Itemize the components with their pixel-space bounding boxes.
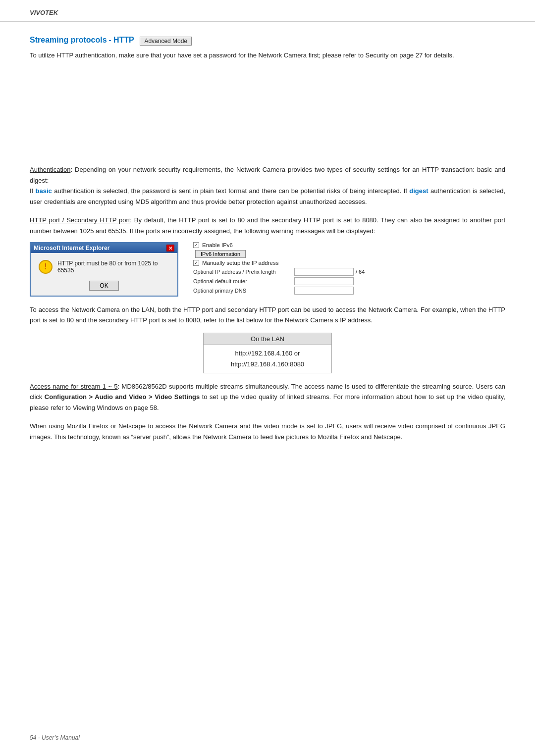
ie-dialog-row: ! HTTP port must be 80 or from 1025 to 6…	[39, 260, 169, 274]
ipv6-enable-checkbox[interactable]: ✓	[193, 242, 199, 248]
access-name-term: Access name for stream 1 ~ 5	[30, 383, 118, 390]
ipv6-field3-input[interactable]	[294, 287, 354, 295]
lan-access-text: To access the Network Camera on the LAN,…	[30, 304, 505, 326]
ie-dialog-message: HTTP port must be 80 or from 1025 to 655…	[57, 260, 169, 274]
ipv6-field3-label: Optional primary DNS	[193, 288, 292, 294]
ipv6-manually-row: ✓ Manually setup the IP address	[193, 260, 505, 266]
lan-box-header: On the LAN	[204, 333, 331, 345]
ipv6-field3-row: Optional primary DNS	[193, 287, 505, 295]
access-name-paragraph: Access name for stream 1 ~ 5: MD8562/856…	[30, 381, 505, 413]
ie-dialog-titlebar: Microsoft Internet Explorer ✕	[31, 243, 177, 253]
lan-box-content: http://192.168.4.160 or http://192.168.4…	[204, 345, 331, 373]
ie-dialog: Microsoft Internet Explorer ✕ ! HTTP por…	[30, 242, 178, 297]
ie-ok-button[interactable]: OK	[89, 281, 118, 291]
config-bold-text: Configuration > Audio and Video > Video …	[45, 393, 200, 401]
auth-paragraph: Authentication: Depending on your networ…	[30, 164, 505, 207]
ipv6-field2-input[interactable]	[294, 277, 354, 285]
ipv6-field1-label: Optional IP address / Prefix length	[193, 269, 292, 275]
access-name-section: Access name for stream 1 ~ 5: MD8562/856…	[30, 381, 505, 413]
advanced-mode-button[interactable]: Advanced Mode	[140, 37, 192, 46]
lan-box: On the LAN http://192.168.4.160 or http:…	[203, 333, 332, 373]
mozilla-section: When using Mozilla Firefox or Netscape t…	[30, 421, 505, 442]
ie-dialog-close-button[interactable]: ✕	[166, 245, 174, 252]
ipv6-info-row: IPv6 Information	[193, 250, 505, 258]
brand-logo: VIVOTEK	[30, 9, 58, 16]
page-title-suffix: - HTTP	[108, 36, 134, 44]
dual-panel: Microsoft Internet Explorer ✕ ! HTTP por…	[30, 242, 505, 297]
ie-warning-icon: !	[39, 260, 53, 274]
lan-url-2: http://192.168.4.160:8080	[209, 359, 326, 370]
auth-text-mid: authentication is selected, the password…	[52, 187, 409, 195]
blank-spacer	[30, 60, 505, 159]
auth-text-1: : Depending on your network security req…	[30, 166, 505, 184]
auth-basic-prefix: If	[30, 187, 36, 195]
ipv6-field1-suffix: / 64	[356, 269, 365, 275]
lan-url-1: http://192.168.4.160 or	[209, 348, 326, 359]
ipv6-manually-checkbox[interactable]: ✓	[193, 260, 199, 266]
content-area: Streaming protocols - HTTP Advanced Mode…	[0, 22, 535, 462]
http-port-term: HTTP port / Secondary HTTP port	[30, 216, 130, 224]
page-title-main: Streaming protocols	[30, 36, 107, 44]
ie-dialog-body: ! HTTP port must be 80 or from 1025 to 6…	[31, 253, 177, 296]
ipv6-field2-label: Optional default router	[193, 278, 292, 284]
http-port-paragraph: HTTP port / Secondary HTTP port: By defa…	[30, 215, 505, 236]
mozilla-paragraph: When using Mozilla Firefox or Netscape t…	[30, 421, 505, 442]
ipv6-manually-label: Manually setup the IP address	[202, 260, 279, 266]
ipv6-panel: ✓ Enable IPv6 IPv6 Information ✓ Manuall…	[193, 242, 505, 296]
ipv6-info-button[interactable]: IPv6 Information	[195, 250, 246, 258]
page-footer: 54 - User’s Manual	[30, 734, 80, 741]
section-title-row: Streaming protocols - HTTP Advanced Mode	[30, 36, 505, 46]
ipv6-enable-row: ✓ Enable IPv6	[193, 242, 505, 248]
page-wrapper: VIVOTEK Streaming protocols - HTTP Advan…	[0, 0, 535, 756]
ipv6-field1-input[interactable]	[294, 268, 354, 276]
ipv6-enable-label: Enable IPv6	[202, 242, 233, 248]
ipv6-field1-row: Optional IP address / Prefix length / 64	[193, 268, 505, 276]
authentication-section: Authentication: Depending on your networ…	[30, 164, 505, 207]
http-port-section: HTTP port / Secondary HTTP port: By defa…	[30, 215, 505, 297]
footer-page-label: 54 - User’s Manual	[30, 734, 80, 741]
ie-dialog-title: Microsoft Internet Explorer	[34, 245, 109, 252]
auth-digest-term: digest	[409, 187, 428, 195]
auth-basic-term: basic	[36, 187, 52, 195]
lan-access-section: To access the Network Camera on the LAN,…	[30, 304, 505, 373]
intro-text: To utilize HTTP authentication, make sur…	[30, 50, 505, 61]
auth-term: Authentication	[30, 166, 70, 173]
header: VIVOTEK	[0, 0, 535, 22]
ipv6-field2-row: Optional default router	[193, 277, 505, 285]
